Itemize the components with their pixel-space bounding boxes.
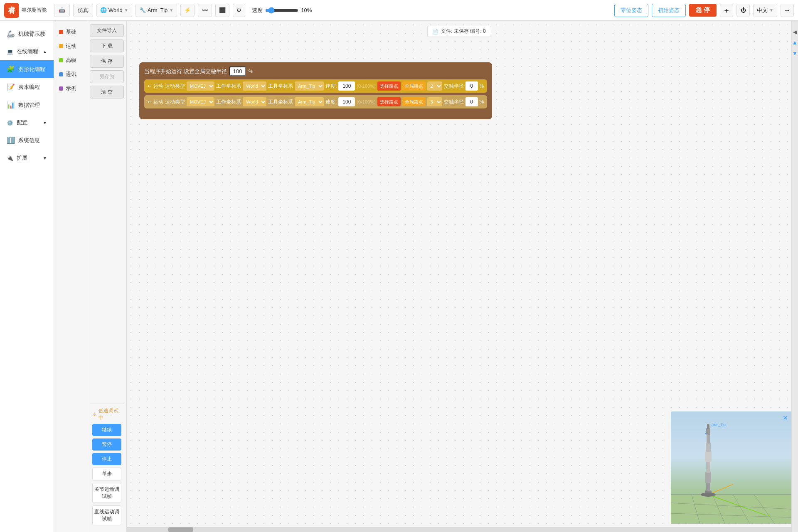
path-icon-btn[interactable]: 〰️ <box>198 4 212 17</box>
line-debug-btn[interactable]: 直线运动调试帧 <box>92 505 121 525</box>
block1-radius-label: 交融半径 <box>444 83 464 90</box>
block2-all-points-btn[interactable]: 全局路点 <box>402 97 426 106</box>
joint-debug-btn[interactable]: 关节运动调试帧 <box>92 483 121 503</box>
block1-coord-select[interactable]: World Base <box>243 81 266 91</box>
sidebar-item-config[interactable]: ⚙️ 配置 ▼ <box>0 114 54 131</box>
language-select[interactable]: 中文 ▼ <box>753 4 777 17</box>
ik-icon-btn[interactable]: ⚡ <box>180 4 195 17</box>
cat-comm-label: 通讯 <box>66 71 76 78</box>
block1-speed-label: 速度: <box>325 83 337 90</box>
program-header-percent: % <box>249 68 254 74</box>
block2-coord-label: 工作坐标系 <box>216 99 241 106</box>
sidebar-item-data-mgmt[interactable]: 📊 数据管理 <box>0 96 54 114</box>
svg-rect-18 <box>706 443 711 452</box>
sidebar-item-graphical-prog-label: 图形化编程 <box>18 66 45 73</box>
power-btn[interactable]: ⏻ <box>736 4 750 17</box>
block1-coord-label: 工作坐标系 <box>216 83 241 90</box>
block2-tool-label: 工具坐标系 <box>268 99 293 106</box>
cat-example[interactable]: 示例 <box>54 81 87 96</box>
block1-radius-input[interactable] <box>466 81 478 91</box>
cat-advanced[interactable]: 高级 <box>54 53 87 67</box>
svg-rect-16 <box>706 461 710 473</box>
category-list: 基础 运动 高级 通讯 示例 <box>54 25 87 96</box>
continue-btn[interactable]: 继续 <box>92 424 121 436</box>
config-icon-btn[interactable]: ⚙ <box>233 4 245 17</box>
scroll-down-icon[interactable]: ▼ <box>792 50 798 57</box>
block2-radius-input[interactable] <box>466 97 478 106</box>
right-collapse-panel[interactable]: ◀ ▲ ▼ <box>791 21 798 532</box>
coordinate-world-select[interactable]: 🌐 World ▼ <box>96 4 132 17</box>
cat-comm[interactable]: 通讯 <box>54 67 87 81</box>
save-btn[interactable]: 保 存 <box>90 55 124 68</box>
stop-btn[interactable]: 停止 <box>92 453 121 465</box>
file-import-btn[interactable]: 文件导入 <box>90 24 124 37</box>
sidebar-item-extend[interactable]: 🔌 扩展 ▼ <box>0 149 54 167</box>
motion-block-2[interactable]: ↩ 运动 运动类型 MOVEJ MOVEL 工作坐标系 World Base 工… <box>144 95 487 108</box>
block1-speed-input[interactable] <box>338 81 355 91</box>
viewport-close-btn[interactable]: ✕ <box>783 414 788 422</box>
program-container: 当程序开始运行 设置全局交融半径 % ↩ 运动 运动类型 MOVEJ MOVEL… <box>139 62 492 119</box>
logout-btn[interactable]: → <box>781 4 794 17</box>
topbar-right: 零位姿态 初始姿态 急 停 ＋ ⏻ 中文 ▼ → <box>614 4 794 17</box>
sidebar-item-robot-teach-label: 机械臂示教 <box>18 30 45 38</box>
sidebar-item-config-label: 配置 <box>17 119 27 126</box>
sidebar-item-robot-teach[interactable]: 🦾 机械臂示教 <box>0 25 54 43</box>
main-layout: 🦾 机械臂示教 💻 在线编程 ▲ 🧩 图形化编程 📝 脚本编程 📊 数据管理 ⚙… <box>0 21 798 532</box>
cat-basic-label: 基础 <box>66 28 76 36</box>
sidebar-item-online-prog[interactable]: 💻 在线编程 ▲ <box>0 43 54 60</box>
block2-motion-type-select[interactable]: MOVEJ MOVEL <box>187 97 214 106</box>
zero-posture-btn[interactable]: 零位姿态 <box>614 4 648 17</box>
block1-motion-type-select[interactable]: MOVEJ MOVEL <box>187 81 214 91</box>
block2-replay-icon: ↩ <box>148 99 152 105</box>
nav-icon-btn[interactable]: 🤖 <box>54 4 70 17</box>
sidebar-item-script-prog[interactable]: 📝 脚本编程 <box>0 78 54 96</box>
ik-icon: ⚡ <box>184 7 191 13</box>
speed-slider[interactable] <box>265 7 298 14</box>
block1-select-point-btn[interactable]: 选择路点 <box>377 81 401 91</box>
logo-icon: 睿 <box>4 3 19 18</box>
speed-label: 速度 <box>252 7 263 14</box>
init-posture-btn[interactable]: 初始姿态 <box>652 4 686 17</box>
robot-teach-icon: 🦾 <box>7 30 15 38</box>
tool-select[interactable]: 🔧 Arm_Tip ▼ <box>135 4 177 17</box>
canvas-area[interactable]: 📄 文件: 未保存 编号: 0 当程序开始运行 设置全局交融半径 % ↩ 运动 … <box>127 21 791 532</box>
pause-btn[interactable]: 暂停 <box>92 438 121 451</box>
block1-num-select[interactable]: 2 3 4 <box>427 81 442 91</box>
block2-coord-select[interactable]: World Base <box>243 97 266 106</box>
block1-tool-select[interactable]: Arm_Tip <box>295 81 324 91</box>
scroll-up-icon[interactable]: ▲ <box>792 39 798 46</box>
global-radius-input[interactable] <box>229 66 246 76</box>
cat-motion[interactable]: 运动 <box>54 39 87 53</box>
emergency-stop-btn[interactable]: 急 停 <box>689 4 717 17</box>
block1-replay-icon: ↩ <box>148 83 152 89</box>
cube-icon: ⬛ <box>219 7 226 13</box>
cat-basic[interactable]: 基础 <box>54 25 87 39</box>
download-btn[interactable]: 下 载 <box>90 39 124 52</box>
block1-motion-type-label: 运动类型 <box>165 83 185 90</box>
extend-icon: 🔌 <box>7 155 13 161</box>
block2-speed-input[interactable] <box>338 97 355 106</box>
tool-panel: 文件导入 下 载 保 存 另存为 清 空 ⚠ 低速调试中 继续 暂停 停止 单步… <box>87 21 127 532</box>
clear-btn[interactable]: 清 空 <box>90 86 124 99</box>
logo: 睿 睿尔曼智能 <box>4 3 47 18</box>
canvas-scrollbar-thumb[interactable] <box>168 527 193 532</box>
block2-select-point-btn[interactable]: 选择路点 <box>377 97 401 106</box>
cat-advanced-label: 高级 <box>66 57 76 64</box>
step-btn[interactable]: 单步 <box>92 468 121 480</box>
cat-advanced-dot <box>59 58 63 62</box>
cube-icon-btn[interactable]: ⬛ <box>215 4 229 17</box>
block2-tool-select[interactable]: Arm_Tip <box>295 97 324 106</box>
sidebar-item-sysinfo[interactable]: ℹ️ 系统信息 <box>0 131 54 149</box>
block1-all-points-btn[interactable]: 全局路点 <box>402 81 426 91</box>
add-btn[interactable]: ＋ <box>720 4 733 17</box>
sidebar-item-script-prog-label: 脚本编程 <box>18 84 40 91</box>
block2-num-select[interactable]: 3 2 4 <box>427 97 442 106</box>
sidebar-item-graphical-prog[interactable]: 🧩 图形化编程 <box>0 60 54 78</box>
svg-rect-21 <box>707 424 709 429</box>
motion-block-1[interactable]: ↩ 运动 运动类型 MOVEJ MOVEL 工作坐标系 World Base 工… <box>144 79 487 93</box>
program-header-label: 当程序开始运行 设置全局交融半径 <box>144 68 227 75</box>
canvas-scrollbar[interactable] <box>127 527 791 532</box>
save-as-btn[interactable]: 另存为 <box>90 70 124 83</box>
lang-label: 中文 <box>757 7 768 14</box>
simulate-btn[interactable]: 仿真 <box>73 4 93 17</box>
